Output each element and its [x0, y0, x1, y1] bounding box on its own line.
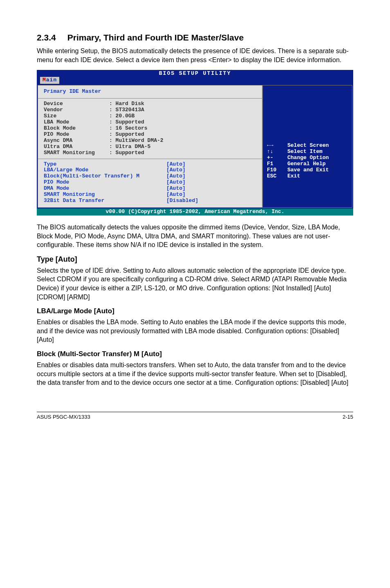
bios-option-row[interactable]: SMART Monitoring[Auto]: [44, 192, 256, 198]
bios-help-label: Change Option: [287, 155, 329, 161]
bios-option-key: SMART Monitoring: [44, 192, 166, 198]
arrow-lr-icon: ←→: [267, 143, 287, 149]
bios-detected-key: Async DMA: [44, 138, 109, 144]
block-body: Enables or disables data multi-sectors t…: [37, 361, 353, 387]
bios-detected-row: Block Mode: 16 Sectors: [44, 126, 256, 132]
bios-detected-key: Vendor: [44, 107, 109, 113]
bios-detected-val: : 16 Sectors: [109, 126, 148, 132]
bios-option-row[interactable]: Block(Multi-Sector Transfer) M[Auto]: [44, 173, 256, 180]
f10-key-icon: F10: [267, 167, 287, 173]
bios-detected-row: LBA Mode: Supported: [44, 119, 256, 126]
bios-option-val: [Auto]: [166, 186, 186, 192]
bios-option-row[interactable]: LBA/Large Mode[Auto]: [44, 167, 256, 173]
bios-detected-val: : Ultra DMA-5: [109, 144, 150, 150]
bios-detected-key: Device: [44, 101, 109, 107]
bios-option-key: PIO Mode: [44, 180, 166, 186]
bios-detected-val: : Supported: [109, 150, 144, 156]
bios-help-panel: ←→Select Screen ↑↓Select Item +-Change O…: [262, 85, 352, 208]
bios-detected-val: : 20.0GB: [109, 113, 134, 119]
bios-help-label: Select Screen: [287, 143, 329, 149]
bios-option-val: [Auto]: [166, 180, 186, 186]
bios-detected-val: : ST320413A: [109, 107, 144, 113]
bios-detected-row: Ultra DMA: Ultra DMA-5: [44, 144, 256, 150]
bios-option-row[interactable]: 32Bit Data Transfer[Disabled]: [44, 198, 256, 204]
bios-detected-row: SMART Monitoring: Supported: [44, 150, 256, 156]
bios-tab-main[interactable]: Main: [40, 77, 59, 84]
bios-option-row[interactable]: PIO Mode[Auto]: [44, 180, 256, 186]
bios-option-val: [Auto]: [166, 167, 186, 173]
bios-option-row[interactable]: DMA Mode[Auto]: [44, 186, 256, 192]
bios-tab-hotkey: M: [43, 77, 46, 83]
after-bios-paragraph: The BIOS automatically detects the value…: [37, 223, 353, 249]
bios-option-key: 32Bit Data Transfer: [44, 198, 166, 204]
bios-screen: BIOS SETUP UTILITY Main Primary IDE Mast…: [37, 70, 353, 215]
arrow-ud-icon: ↑↓: [267, 149, 287, 155]
bios-detected-val: : Hard Disk: [109, 101, 144, 107]
bios-option-val: [Disabled]: [166, 198, 198, 204]
bios-detected-key: LBA Mode: [44, 119, 109, 126]
bios-panel-title: Primary IDE Master: [44, 89, 256, 95]
bios-option-key: Type: [44, 162, 166, 168]
bios-detected-row: Device: Hard Disk: [44, 101, 256, 107]
bios-help-item: ←→Select Screen: [267, 143, 348, 149]
bios-detected-row: Async DMA: MultiWord DMA-2: [44, 138, 256, 144]
bios-detected-key: Ultra DMA: [44, 144, 109, 150]
f1-key-icon: F1: [267, 161, 287, 167]
bios-detected-row: Vendor: ST320413A: [44, 107, 256, 113]
bios-option-row[interactable]: Type[Auto]: [44, 162, 256, 168]
bios-help-label: Save and Exit: [287, 167, 329, 173]
bios-option-key: LBA/Large Mode: [44, 167, 166, 173]
type-body: Selects the type of IDE drive. Setting t…: [37, 266, 353, 301]
bios-help-item: ↑↓Select Item: [267, 149, 348, 155]
section-heading: 2.3.4Primary, Third and Fourth IDE Maste…: [37, 33, 353, 43]
bios-option-val: [Auto]: [166, 173, 186, 180]
bios-left-panel: Primary IDE Master Device: Hard Disk Ven…: [38, 85, 262, 208]
bios-detected-key: SMART Monitoring: [44, 150, 109, 156]
bios-help-label: General Help: [287, 161, 326, 167]
bios-help-label: Select Item: [287, 149, 323, 155]
type-heading: Type [Auto]: [37, 255, 353, 264]
bios-detected-row: Size: 20.0GB: [44, 113, 256, 119]
bios-option-val: [Auto]: [166, 162, 186, 168]
bios-tab-rest: ain: [46, 77, 57, 83]
bios-detected-val: : Supported: [109, 119, 144, 126]
bios-help-item: F10Save and Exit: [267, 167, 348, 173]
footer-right: 2-15: [343, 414, 353, 420]
esc-key-icon: ESC: [267, 173, 287, 180]
bios-option-key: DMA Mode: [44, 186, 166, 192]
bios-divider: [38, 159, 262, 159]
intro-paragraph: While entering Setup, the BIOS automatic…: [37, 47, 353, 64]
bios-help-item: +-Change Option: [267, 155, 348, 161]
bios-option-val: [Auto]: [166, 192, 186, 198]
bios-divider: [38, 98, 262, 99]
bios-title: BIOS SETUP UTILITY: [37, 70, 353, 77]
plus-minus-icon: +-: [267, 155, 287, 161]
bios-body: Primary IDE Master Device: Hard Disk Ven…: [37, 84, 353, 209]
bios-help-item: F1General Help: [267, 161, 348, 167]
bios-detected-val: : MultiWord DMA-2: [109, 138, 164, 144]
bios-help-item: ESCExit: [267, 173, 348, 180]
lba-body: Enables or disables the LBA mode. Settin…: [37, 318, 353, 344]
page-footer: ASUS P5GC-MX/1333 2-15: [37, 412, 353, 420]
bios-copyright-footer: v00.00 (C)Copyright 1985-2002, American …: [37, 209, 353, 215]
block-heading: Block (Multi-Sector Transfer) M [Auto]: [37, 350, 353, 358]
bios-detected-key: Block Mode: [44, 126, 109, 132]
lba-heading: LBA/Large Mode [Auto]: [37, 307, 353, 315]
bios-detected-key: PIO Mode: [44, 132, 109, 138]
bios-help-label: Exit: [287, 173, 300, 180]
bios-figure: BIOS SETUP UTILITY Main Primary IDE Mast…: [37, 70, 353, 215]
bios-detected-row: PIO Mode: Supported: [44, 132, 256, 138]
section-title: Primary, Third and Fourth IDE Master/Sla…: [67, 33, 244, 42]
bios-option-key: Block(Multi-Sector Transfer) M: [44, 173, 166, 180]
bios-detected-val: : Supported: [109, 132, 144, 138]
footer-left: ASUS P5GC-MX/1333: [37, 414, 90, 420]
section-number: 2.3.4: [37, 33, 56, 43]
bios-tab-row: Main: [37, 77, 353, 84]
bios-detected-key: Size: [44, 113, 109, 119]
